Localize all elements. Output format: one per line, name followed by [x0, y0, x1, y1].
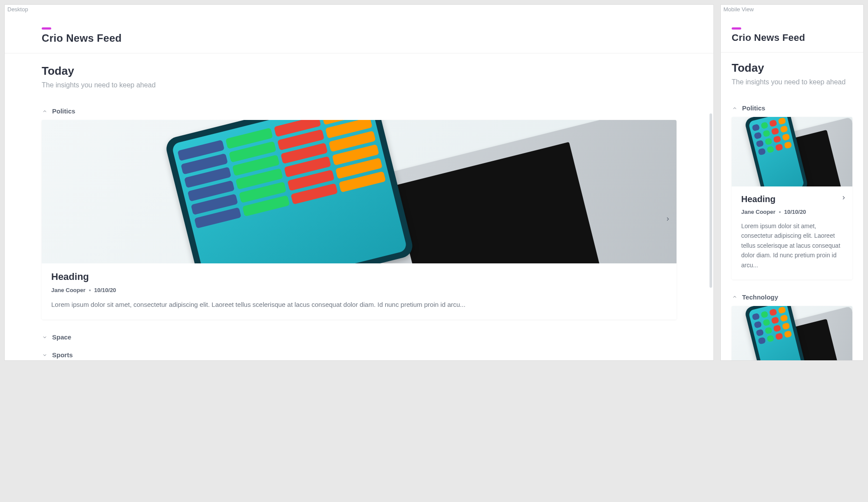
- article-heading: Heading: [741, 194, 843, 204]
- article-card[interactable]: Heading Jane Cooper 10/10/20 Lorem ipsum…: [42, 120, 677, 319]
- accordion-toggle-space[interactable]: Space: [42, 328, 677, 346]
- article-date: 10/10/20: [94, 287, 116, 293]
- brand-title: Crio News Feed: [42, 32, 677, 44]
- mobile-preview-frame: Mobile View Crio News Feed Today The ins…: [720, 4, 864, 361]
- article-image: [732, 117, 852, 186]
- desktop-preview-label: Desktop: [7, 6, 28, 13]
- section-title: Today: [42, 64, 677, 78]
- accordion-label: Politics: [742, 104, 765, 112]
- app-root: Crio News Feed Today The insights you ne…: [721, 5, 863, 360]
- accordion-label: Space: [52, 333, 71, 341]
- section-title: Today: [732, 61, 852, 75]
- article-image: [732, 306, 852, 360]
- article-card[interactable]: Heading Jane Cooper 10/10/20 Lorem ipsum…: [732, 117, 852, 279]
- article-card[interactable]: [732, 306, 852, 360]
- article-meta: Jane Cooper 10/10/20: [51, 287, 667, 293]
- app-header: Crio News Feed: [5, 14, 713, 53]
- section-subtitle: The insights you need to keep ahead: [732, 78, 852, 86]
- chevron-down-icon: [42, 334, 48, 340]
- chevron-right-icon: [841, 195, 847, 203]
- brand-title: Crio News Feed: [732, 32, 852, 43]
- mobile-preview-label: Mobile View: [723, 6, 754, 13]
- desktop-preview-frame: Desktop Crio News Feed Today The insight…: [4, 4, 714, 361]
- meta-separator-icon: [779, 211, 781, 213]
- article-author: Jane Cooper: [51, 287, 86, 293]
- accordion-toggle-politics[interactable]: Politics: [732, 99, 852, 117]
- meta-separator-icon: [89, 289, 91, 291]
- accordion-toggle-politics[interactable]: Politics: [42, 102, 677, 120]
- scrollbar-thumb[interactable]: [710, 113, 712, 288]
- article-image: [42, 120, 677, 263]
- chevron-down-icon: [42, 352, 48, 358]
- accordion-toggle-sports[interactable]: Sports: [42, 346, 677, 360]
- article-meta: Jane Cooper 10/10/20: [741, 209, 843, 215]
- scrollbar[interactable]: [710, 61, 712, 352]
- brand-accent: [732, 27, 741, 30]
- accordion-toggle-technology[interactable]: Technology: [732, 288, 852, 306]
- chevron-right-icon: [665, 216, 671, 224]
- accordion-label: Technology: [742, 293, 778, 301]
- article-author: Jane Cooper: [741, 209, 776, 215]
- main-content: Today The insights you need to keep ahea…: [5, 53, 713, 360]
- app-header: Crio News Feed: [721, 14, 863, 53]
- accordion-label: Politics: [52, 107, 75, 115]
- article-heading: Heading: [51, 271, 667, 283]
- carousel-next-button[interactable]: [662, 214, 674, 226]
- section-subtitle: The insights you need to keep ahead: [42, 81, 677, 89]
- app-root: Crio News Feed Today The insights you ne…: [5, 5, 713, 360]
- accordion-label: Sports: [52, 351, 73, 359]
- article-excerpt: Lorem ipsum dolor sit amet, consectetur …: [741, 221, 843, 270]
- article-excerpt: Lorem ipsum dolor sit amet, consectetur …: [51, 299, 667, 310]
- chevron-up-icon: [732, 294, 738, 300]
- article-date: 10/10/20: [784, 209, 806, 215]
- article-body: Heading Jane Cooper 10/10/20 Lorem ipsum…: [42, 263, 677, 319]
- chevron-up-icon: [42, 108, 48, 114]
- brand-accent: [42, 27, 51, 30]
- article-body: Heading Jane Cooper 10/10/20 Lorem ipsum…: [732, 186, 852, 279]
- carousel-next-button[interactable]: [838, 193, 850, 205]
- chevron-up-icon: [732, 105, 738, 111]
- main-content: Today The insights you need to keep ahea…: [721, 53, 863, 360]
